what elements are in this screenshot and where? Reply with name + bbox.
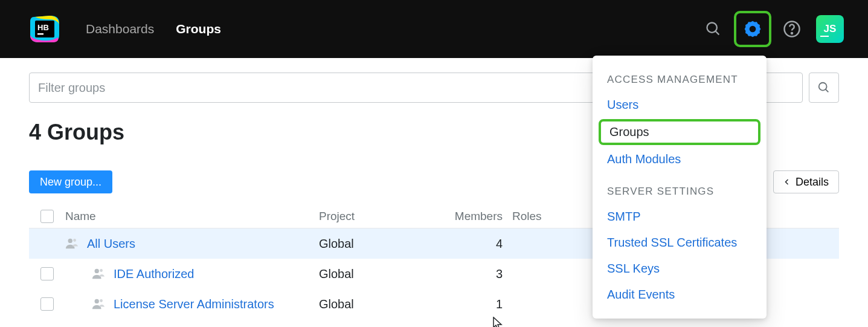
dropdown-audit-events[interactable]: Audit Events (593, 282, 767, 308)
svg-point-12 (95, 269, 99, 273)
svg-point-11 (73, 239, 76, 242)
svg-point-7 (791, 33, 792, 34)
dropdown-ssl-keys[interactable]: SSL Keys (593, 256, 767, 282)
app-header: HB Dashboards Groups JS (0, 0, 868, 58)
col-members[interactable]: Members (410, 210, 512, 223)
group-icon (65, 237, 79, 250)
dropdown-smtp[interactable]: SMTP (593, 204, 767, 230)
svg-point-5 (750, 26, 756, 33)
dropdown-users[interactable]: Users (593, 92, 767, 118)
dropdown-section-server: SERVER SETTINGS (593, 181, 767, 204)
svg-point-3 (707, 23, 717, 33)
group-icon (92, 297, 105, 311)
chevron-left-icon (783, 178, 791, 186)
svg-rect-2 (37, 33, 43, 35)
cell-members: 4 (410, 237, 512, 251)
svg-point-15 (100, 299, 103, 302)
dropdown-section-access: ACCESS MANAGEMENT (593, 69, 767, 92)
cell-members: 3 (410, 267, 512, 281)
help-icon[interactable] (780, 17, 804, 41)
row-checkbox[interactable] (40, 267, 54, 280)
search-icon[interactable] (701, 17, 725, 41)
select-all-checkbox[interactable] (40, 210, 54, 223)
group-icon (92, 267, 105, 280)
cell-project: Global (319, 267, 410, 281)
svg-line-9 (826, 89, 829, 92)
filter-search-button[interactable] (809, 73, 839, 103)
group-link[interactable]: All Users (87, 237, 135, 251)
avatar-initials: JS (824, 24, 837, 34)
avatar-underline-icon (820, 36, 829, 37)
nav-dashboards[interactable]: Dashboards (86, 22, 154, 36)
group-link[interactable]: License Server Administrators (114, 297, 274, 311)
avatar[interactable]: JS (816, 15, 844, 43)
cell-members: 1 (410, 297, 512, 311)
svg-text:HB: HB (37, 23, 49, 32)
svg-point-10 (68, 239, 72, 243)
dropdown-auth-modules[interactable]: Auth Modules (593, 146, 767, 172)
details-button[interactable]: Details (773, 170, 839, 193)
dropdown-trusted-ssl[interactable]: Trusted SSL Certificates (593, 230, 767, 256)
col-name[interactable]: Name (65, 210, 319, 223)
dropdown-groups[interactable]: Groups (599, 119, 760, 145)
new-group-button[interactable]: New group... (29, 170, 112, 193)
col-project[interactable]: Project (319, 210, 410, 223)
hub-logo[interactable]: HB (27, 11, 63, 47)
cursor-icon (493, 317, 504, 327)
primary-nav: Dashboards Groups (86, 22, 701, 36)
gear-icon[interactable] (734, 11, 771, 47)
svg-point-13 (100, 269, 103, 272)
header-actions: JS (701, 11, 844, 47)
cell-project: Global (319, 297, 410, 311)
svg-point-14 (95, 299, 99, 303)
cell-project: Global (319, 237, 410, 251)
nav-groups[interactable]: Groups (176, 22, 221, 36)
admin-dropdown: ACCESS MANAGEMENT Users Groups Auth Modu… (593, 56, 767, 319)
svg-point-8 (819, 83, 827, 91)
group-link[interactable]: IDE Authorized (114, 267, 194, 281)
details-label: Details (796, 176, 829, 189)
svg-line-4 (716, 31, 719, 35)
row-checkbox[interactable] (40, 297, 54, 311)
